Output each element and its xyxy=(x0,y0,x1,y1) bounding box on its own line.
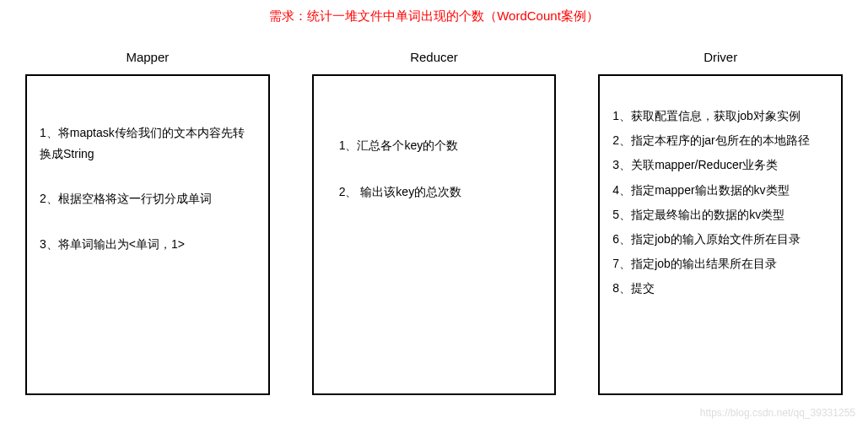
driver-item: 2、指定本程序的jar包所在的本地路径 xyxy=(612,130,828,151)
driver-item: 5、指定最终输出的数据的kv类型 xyxy=(612,204,828,225)
mapper-item: 1、将maptask传给我们的文本内容先转换成String xyxy=(40,122,256,165)
mapper-item: 2、根据空格将这一行切分成单词 xyxy=(40,188,256,209)
mapper-box: 1、将maptask传给我们的文本内容先转换成String 2、根据空格将这一行… xyxy=(25,74,270,395)
mapper-header: Mapper xyxy=(126,50,169,64)
driver-item: 1、获取配置信息，获取job对象实例 xyxy=(612,106,828,127)
watermark-text: https://blog.csdn.net/qq_39331255 xyxy=(700,407,855,419)
reducer-header: Reducer xyxy=(410,50,458,64)
reducer-column: Reducer 1、汇总各个key的个数 2、 输出该key的总次数 xyxy=(312,50,557,395)
mapper-column: Mapper 1、将maptask传给我们的文本内容先转换成String 2、根… xyxy=(25,50,270,395)
driver-item: 8、提交 xyxy=(612,278,828,299)
diagram-title: 需求：统计一堆文件中单词出现的个数（WordCount案例） xyxy=(25,8,843,24)
driver-item: 4、指定mapper输出数据的kv类型 xyxy=(612,180,828,201)
driver-item: 3、关联mapper/Reducer业务类 xyxy=(612,155,828,176)
reducer-box: 1、汇总各个key的个数 2、 输出该key的总次数 xyxy=(312,74,557,395)
driver-box: 1、获取配置信息，获取job对象实例 2、指定本程序的jar包所在的本地路径 3… xyxy=(598,74,843,395)
mapper-item: 3、将单词输出为<单词，1> xyxy=(40,234,256,255)
driver-column: Driver 1、获取配置信息，获取job对象实例 2、指定本程序的jar包所在… xyxy=(598,50,843,395)
driver-item: 6、指定job的输入原始文件所在目录 xyxy=(612,229,828,250)
driver-item: 7、指定job的输出结果所在目录 xyxy=(612,253,828,274)
reducer-item: 2、 输出该key的总次数 xyxy=(326,182,542,203)
driver-header: Driver xyxy=(704,50,737,64)
reducer-item: 1、汇总各个key的个数 xyxy=(326,135,542,156)
columns-container: Mapper 1、将maptask传给我们的文本内容先转换成String 2、根… xyxy=(25,50,843,395)
